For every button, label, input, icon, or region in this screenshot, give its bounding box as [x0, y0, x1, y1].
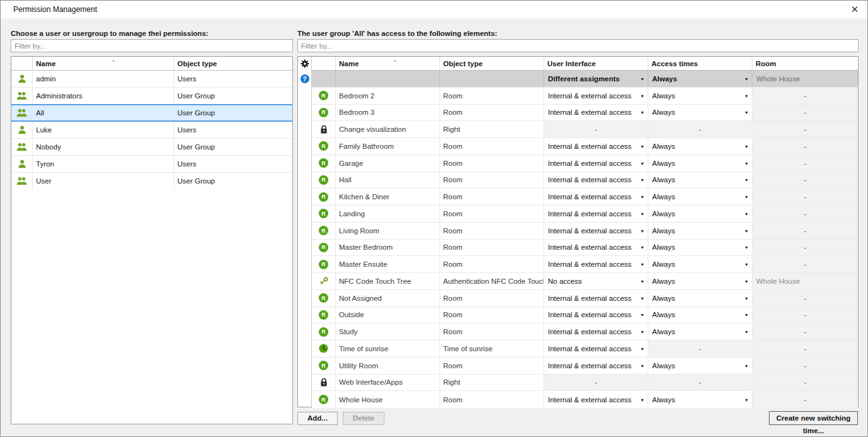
- user-row[interactable]: LukeUsers: [11, 122, 292, 139]
- element-row[interactable]: RUtility RoomRoomInternal & external acc…: [312, 358, 858, 375]
- element-row[interactable]: RLandingRoomInternal & external access▼A…: [312, 206, 858, 223]
- element-row[interactable]: Change visualizationRight---: [312, 121, 858, 138]
- dropdown-cell[interactable]: Always▼: [648, 256, 752, 272]
- user-object-type: Users: [174, 122, 292, 138]
- dropdown-cell[interactable]: Always▼: [648, 391, 752, 408]
- elements-name-column-label: Name: [339, 60, 359, 67]
- dropdown-cell[interactable]: Internal & external access▼: [544, 358, 648, 374]
- dropdown-cell[interactable]: Always▼: [648, 307, 752, 323]
- user-row[interactable]: TyronUsers: [11, 156, 292, 173]
- row-icon-cell: [312, 121, 336, 137]
- dropdown-cell[interactable]: Internal & external access▼: [544, 172, 648, 189]
- dropdown-cell[interactable]: Always▼: [648, 358, 752, 374]
- users-name-column-header[interactable]: Name ⌃: [33, 57, 174, 71]
- dropdown-value: Always: [652, 75, 677, 83]
- chevron-down-icon: ▼: [640, 296, 645, 300]
- dropdown-cell[interactable]: Internal & external access▼: [544, 323, 648, 340]
- dropdown-cell[interactable]: Always▼: [648, 223, 752, 239]
- elements-type-column-header[interactable]: Object type: [440, 57, 544, 71]
- add-button[interactable]: Add...: [297, 412, 338, 425]
- element-row[interactable]: NFC Code Touch TreeAuthentication NFC Co…: [312, 273, 858, 290]
- dropdown-cell[interactable]: Internal & external access▼: [544, 88, 648, 104]
- row-icon-cell: R: [312, 223, 336, 239]
- element-row[interactable]: RHallRoomInternal & external access▼Alwa…: [312, 172, 858, 189]
- dropdown-cell[interactable]: Internal & external access▼: [544, 256, 648, 272]
- elements-icon-column-header[interactable]: [312, 57, 336, 71]
- elements-ui-column-label: User Interface: [547, 60, 596, 67]
- disabled-cell: -: [752, 155, 858, 172]
- element-row[interactable]: Web Interface/AppsRight---: [312, 375, 858, 392]
- user-row[interactable]: NobodyUser Group: [11, 139, 292, 156]
- element-row[interactable]: RGarageRoomInternal & external access▼Al…: [312, 155, 858, 172]
- help-icon[interactable]: ?: [298, 71, 311, 88]
- dropdown-cell[interactable]: Always▼: [648, 240, 752, 256]
- dropdown-cell[interactable]: Always▼: [648, 189, 752, 205]
- user-row[interactable]: AdministratorsUser Group: [11, 88, 292, 105]
- left-filter-input[interactable]: [11, 39, 293, 52]
- dropdown-cell[interactable]: Always▼: [648, 138, 752, 154]
- close-icon[interactable]: ✕: [847, 3, 862, 16]
- dropdown-value: Always: [652, 176, 675, 184]
- sort-ascending-icon: ⌃: [393, 55, 398, 69]
- element-row[interactable]: RStudyRoomInternal & external access▼Alw…: [312, 323, 858, 341]
- dropdown-cell[interactable]: Internal & external access▼: [544, 223, 648, 239]
- dropdown-cell[interactable]: Always▼: [648, 206, 752, 222]
- dropdown-cell[interactable]: No access▼: [544, 273, 648, 289]
- dropdown-cell[interactable]: Internal & external access▼: [544, 105, 648, 121]
- element-row[interactable]: RMaster EnsuiteRoomInternal & external a…: [312, 256, 858, 273]
- dropdown-cell[interactable]: Always▼: [648, 71, 752, 87]
- dropdown-cell[interactable]: Different assigments▼: [544, 71, 648, 87]
- user-row[interactable]: UserUser Group: [11, 173, 292, 190]
- element-object-type: Room: [440, 307, 544, 323]
- settings-gear-icon[interactable]: [298, 57, 311, 71]
- dropdown-cell[interactable]: Always▼: [648, 323, 752, 340]
- dropdown-cell[interactable]: Always▼: [648, 172, 752, 189]
- room-icon: R: [319, 260, 328, 269]
- element-row[interactable]: RBedroom 2RoomInternal & external access…: [312, 88, 858, 105]
- user-row[interactable]: adminUsers: [11, 71, 292, 88]
- dropdown-cell[interactable]: Internal & external access▼: [544, 155, 648, 172]
- dropdown-value: Internal & external access: [548, 92, 631, 100]
- chevron-down-icon: ▼: [744, 144, 749, 148]
- dropdown-cell[interactable]: Always▼: [648, 105, 752, 121]
- users-table: Name ⌃ Object type adminUsersAdministrat…: [11, 56, 293, 424]
- dropdown-cell[interactable]: Always▼: [648, 290, 752, 306]
- elements-ui-column-header[interactable]: User Interface: [544, 57, 648, 71]
- dropdown-value: Always: [652, 396, 675, 404]
- users-type-column-header[interactable]: Object type: [174, 57, 292, 71]
- element-row[interactable]: RKitchen & DinerRoomInternal & external …: [312, 189, 858, 206]
- element-row[interactable]: RFamily BathroomRoomInternal & external …: [312, 138, 858, 155]
- dropdown-cell[interactable]: Internal & external access▼: [544, 206, 648, 222]
- dropdown-cell[interactable]: Always▼: [648, 88, 752, 104]
- elements-access-column-header[interactable]: Access times: [648, 57, 752, 71]
- chevron-down-icon: ▼: [744, 296, 749, 300]
- dropdown-cell[interactable]: Internal & external access▼: [544, 138, 648, 154]
- dropdown-cell[interactable]: Internal & external access▼: [544, 341, 648, 357]
- element-row[interactable]: RBedroom 3RoomInternal & external access…: [312, 105, 858, 122]
- element-row[interactable]: RNot AssignedRoomInternal & external acc…: [312, 290, 858, 307]
- create-new-switching-time-button[interactable]: Create new switching time...: [769, 411, 858, 425]
- element-row[interactable]: RWhole HouseRoomInternal & external acce…: [312, 391, 858, 408]
- element-row[interactable]: Time of sunriseTime of sunriseInternal &…: [312, 341, 858, 358]
- delete-button[interactable]: Delete: [343, 412, 384, 425]
- dropdown-cell[interactable]: Always▼: [648, 273, 752, 289]
- element-object-type: Room: [440, 256, 544, 272]
- dropdown-cell[interactable]: Internal & external access▼: [544, 240, 648, 256]
- dropdown-cell[interactable]: Internal & external access▼: [544, 307, 648, 323]
- element-row[interactable]: RLiving RoomRoomInternal & external acce…: [312, 223, 858, 240]
- elements-room-column-header[interactable]: Room: [752, 57, 858, 71]
- users-icon-column-header[interactable]: [11, 57, 33, 71]
- right-filter-input[interactable]: [297, 39, 859, 52]
- dropdown-cell[interactable]: Internal & external access▼: [544, 189, 648, 205]
- user-row[interactable]: AllUser Group: [11, 104, 292, 122]
- elements-name-column-header[interactable]: Name ⌃: [336, 57, 440, 71]
- user-object-type: User Group: [174, 105, 292, 121]
- element-row[interactable]: ROutsideRoomInternal & external access▼A…: [312, 307, 858, 324]
- element-row[interactable]: RMaster BedroomRoomInternal & external a…: [312, 240, 858, 257]
- dropdown-cell[interactable]: Always▼: [648, 155, 752, 172]
- chevron-down-icon: ▼: [640, 228, 645, 233]
- users-type-column-label: Object type: [177, 60, 217, 67]
- summary-row[interactable]: Different assigments▼Always▼Whole House: [312, 71, 858, 88]
- dropdown-cell[interactable]: Internal & external access▼: [544, 391, 648, 408]
- dropdown-cell[interactable]: Internal & external access▼: [544, 290, 648, 306]
